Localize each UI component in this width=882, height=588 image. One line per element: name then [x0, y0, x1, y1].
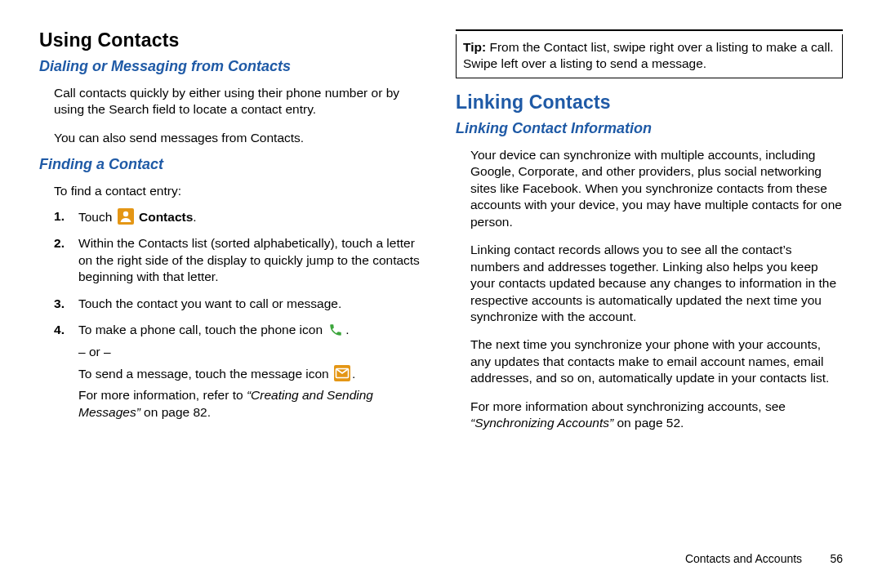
paragraph: Call contacts quickly by either using th… — [54, 85, 426, 118]
contacts-icon — [118, 208, 134, 225]
step-text: Touch — [78, 210, 116, 224]
heading-linking-contacts: Linking Contacts — [456, 91, 843, 114]
heading-using-contacts: Using Contacts — [39, 29, 426, 51]
text: For more information, refer to — [78, 388, 247, 402]
paragraph: Your device can synchronize with multipl… — [470, 147, 843, 230]
text: For more information about synchronizing… — [470, 399, 786, 413]
step-text: To send a message, touch the message ico… — [78, 365, 426, 382]
paragraph: You can also send messages from Contacts… — [54, 130, 426, 146]
step-2: Within the Contacts list (sorted alphabe… — [54, 235, 426, 285]
footer-page-number: 56 — [820, 552, 843, 565]
subheading-dialing-messaging: Dialing or Messaging from Contacts — [39, 58, 426, 75]
paragraph: The next time you synchronize your phone… — [470, 336, 843, 386]
text: To send a message, touch the message ico… — [78, 367, 332, 381]
or-divider: – or – — [78, 344, 426, 360]
tip-label: Tip: — [463, 40, 486, 54]
step-text: To make a phone call, touch the phone ic… — [78, 323, 326, 336]
contacts-label: Contacts — [139, 210, 193, 224]
svg-point-0 — [122, 212, 127, 216]
step-3: Touch the contact you want to call or me… — [54, 296, 426, 312]
paragraph: Linking contact records allows you to se… — [470, 242, 843, 325]
period: . — [345, 323, 349, 336]
footer-section-name: Contacts and Accounts — [685, 552, 802, 565]
phone-icon — [327, 322, 344, 338]
step-4: To make a phone call, touch the phone ic… — [54, 322, 426, 421]
period: . — [193, 210, 196, 224]
subheading-finding-contact: Finding a Contact — [39, 156, 426, 173]
subheading-linking-info: Linking Contact Information — [456, 120, 843, 137]
tip-box: Tip: From the Contact list, swipe right … — [456, 34, 843, 78]
cross-reference: For more information, refer to “Creating… — [78, 387, 426, 421]
reference-title: “Synchronizing Accounts” — [470, 416, 613, 430]
step-1: Touch Contacts. — [54, 208, 426, 225]
right-column: Tip: From the Contact list, swipe right … — [456, 29, 843, 565]
paragraph: To find a contact entry: — [54, 183, 426, 199]
cross-reference: For more information about synchronizing… — [470, 399, 843, 432]
tip-text: From the Contact list, swipe right over … — [463, 40, 834, 70]
period: . — [352, 367, 355, 381]
text: on page 82. — [140, 405, 211, 419]
left-column: Using Contacts Dialing or Messaging from… — [39, 29, 426, 565]
manual-page: Using Contacts Dialing or Messaging from… — [0, 0, 882, 588]
message-icon — [334, 365, 350, 381]
steps-list: Touch Contacts. Within the Contacts list… — [54, 208, 426, 431]
page-footer: Contacts and Accounts 56 — [456, 546, 843, 565]
text: on page 52. — [613, 416, 684, 430]
